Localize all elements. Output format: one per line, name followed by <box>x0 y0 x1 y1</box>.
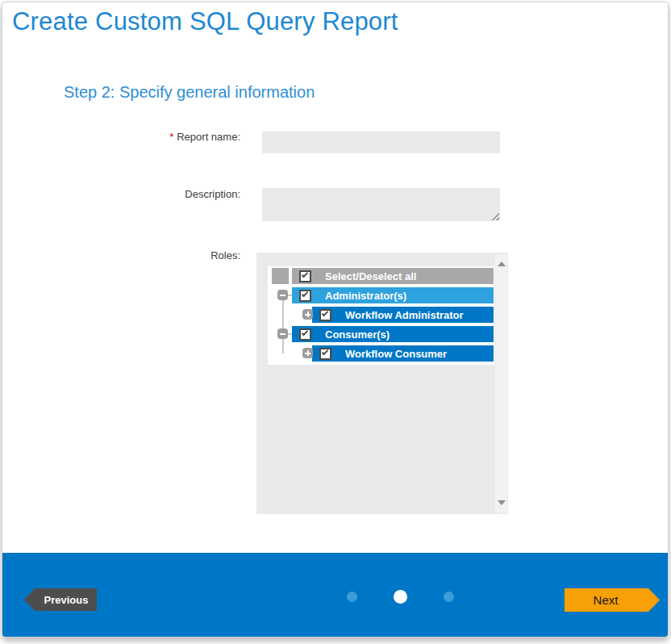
tree-header-row[interactable]: Select/Deselect all <box>292 268 494 284</box>
collapse-icon[interactable] <box>277 290 288 300</box>
checkmark-icon <box>302 291 308 297</box>
tree-row-workflow-consumer[interactable]: Workflow Consumer <box>312 345 494 362</box>
expand-icon[interactable] <box>302 348 313 358</box>
scroll-down-icon[interactable] <box>498 500 506 505</box>
description-label-text: Description: <box>185 188 240 200</box>
administrators-label: Administrator(s) <box>325 290 406 302</box>
report-name-label: *Report name: <box>2 131 240 143</box>
previous-button[interactable]: Previous <box>24 588 97 611</box>
step-indicator <box>347 590 454 604</box>
wizard-footer: Previous Next <box>2 553 668 637</box>
tree-header-corner-cell <box>272 268 289 284</box>
roles-tree: Select/Deselect all Administrator(s) Wor… <box>268 266 494 365</box>
checkmark-icon <box>302 271 308 278</box>
expand-icon[interactable] <box>302 309 313 320</box>
administrators-checkbox[interactable] <box>299 290 311 302</box>
roles-label-text: Roles: <box>210 249 240 261</box>
step-heading: Step 2: Specify general information <box>64 83 315 102</box>
tree-connector-line <box>282 339 284 353</box>
step-dot-2-active <box>394 590 407 604</box>
vertical-scrollbar[interactable] <box>495 254 507 512</box>
required-marker: * <box>169 131 173 143</box>
checkmark-icon <box>322 310 328 316</box>
minus-glyph <box>280 295 285 296</box>
wizard-window: Create Custom SQL Query Report Step 2: S… <box>2 2 669 638</box>
report-name-input[interactable] <box>262 132 500 153</box>
description-field-wrap <box>262 188 500 221</box>
description-textarea[interactable] <box>262 188 500 221</box>
roles-label: Roles: <box>2 249 240 261</box>
consumers-checkbox[interactable] <box>299 328 311 341</box>
next-button[interactable]: Next <box>565 588 660 612</box>
tree-row-workflow-administrator[interactable]: Workflow Administrator <box>312 307 494 323</box>
select-all-checkbox[interactable] <box>299 270 311 282</box>
workflow-consumer-checkbox[interactable] <box>319 348 331 360</box>
workflow-administrator-checkbox[interactable] <box>319 309 331 321</box>
checkmark-icon <box>322 349 328 355</box>
description-label: Description: <box>2 188 240 200</box>
workflow-consumer-label: Workflow Consumer <box>345 348 447 360</box>
consumers-label: Consumer(s) <box>325 328 390 341</box>
report-name-label-text: Report name: <box>177 131 240 143</box>
select-all-label: Select/Deselect all <box>325 270 416 282</box>
step-dot-1 <box>347 592 357 602</box>
tree-row-administrators[interactable]: Administrator(s) <box>292 287 494 303</box>
checkmark-icon <box>302 329 308 336</box>
step-dot-3 <box>444 592 454 602</box>
roles-panel: Select/Deselect all Administrator(s) Wor… <box>256 253 508 514</box>
scroll-up-icon[interactable] <box>498 261 506 266</box>
workflow-administrator-label: Workflow Administrator <box>345 309 464 321</box>
collapse-icon[interactable] <box>277 328 288 339</box>
plus-glyph <box>307 350 309 356</box>
tree-row-consumers[interactable]: Consumer(s) <box>292 326 494 342</box>
plus-glyph <box>307 312 309 317</box>
minus-glyph <box>280 333 285 335</box>
page-title: Create Custom SQL Query Report <box>12 7 398 36</box>
